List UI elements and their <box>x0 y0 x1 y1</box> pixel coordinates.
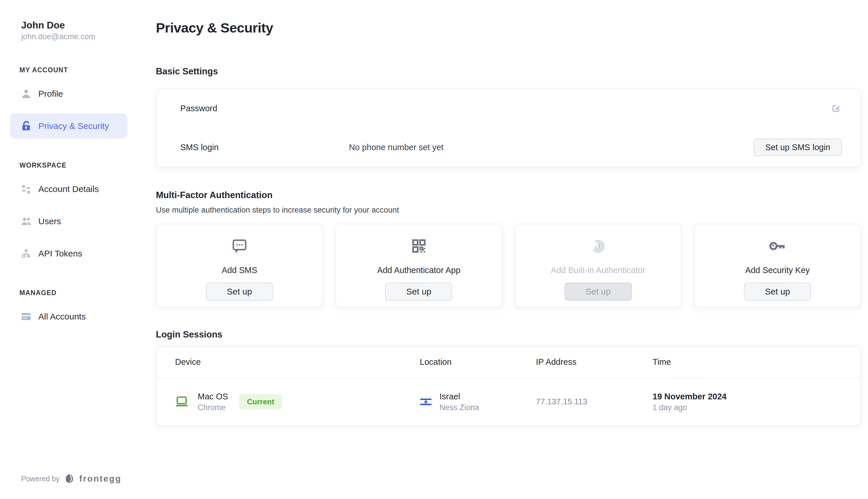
api-tokens-icon <box>20 248 32 259</box>
powered-by-footer: Powered by frontegg <box>21 473 122 484</box>
device-cell: Mac OS Chrome Current <box>175 391 420 412</box>
device-info: Mac OS Chrome <box>198 391 228 412</box>
mfa-subheading: Use multiple authentication steps to inc… <box>156 206 861 214</box>
section-label-managed: MANAGED <box>20 289 136 296</box>
device-os: Mac OS <box>198 391 228 401</box>
mfa-card-security-key: Add Security Key Set up <box>694 224 861 307</box>
location-info: Israel Ness Ziona <box>439 391 479 412</box>
accounts-card-icon <box>20 311 32 322</box>
mfa-heading: Multi-Factor Authentication <box>156 190 861 200</box>
mfa-card-builtin-authenticator: Add Built-in Authenticator Set up <box>515 224 682 307</box>
unlock-icon <box>20 120 32 132</box>
users-icon <box>20 216 32 227</box>
setup-authenticator-app-button[interactable]: Set up <box>385 283 452 301</box>
column-header-device: Device <box>175 357 420 367</box>
sms-login-label: SMS login <box>180 143 349 152</box>
sidebar-item-label: All Accounts <box>38 312 86 321</box>
setup-builtin-authenticator-button: Set up <box>565 283 632 301</box>
session-date: 19 November 2024 <box>653 391 849 401</box>
sidebar-item-privacy-security[interactable]: Privacy & Security <box>10 113 127 138</box>
security-key-icon <box>768 236 787 256</box>
mfa-card-sms: Add SMS Set up <box>156 224 323 307</box>
setup-sms-login-button[interactable]: Set up SMS login <box>754 138 842 156</box>
current-session-badge: Current <box>239 394 282 410</box>
password-row: Password <box>157 89 860 128</box>
powered-by-text: Powered by <box>21 475 60 483</box>
person-icon <box>20 88 32 100</box>
israel-flag-icon <box>420 397 432 406</box>
mfa-card-authenticator-app: Add Authenticator App Set up <box>335 224 503 307</box>
sidebar-item-label: Account Details <box>38 184 99 194</box>
edit-pencil-icon <box>831 103 842 114</box>
mfa-card-label: Add Built-in Authenticator <box>551 266 646 275</box>
basic-settings-heading: Basic Settings <box>156 66 861 77</box>
laptop-icon <box>175 396 188 407</box>
sidebar: John Doe john.doe@acme.com MY ACCOUNT Pr… <box>0 0 136 499</box>
session-city: Ness Ziona <box>439 403 479 412</box>
frontegg-egg-icon <box>64 473 75 484</box>
column-header-ip: IP Address <box>536 357 653 367</box>
sidebar-item-api-tokens[interactable]: API Tokens <box>10 241 127 266</box>
page-title: Privacy & Security <box>156 20 861 36</box>
column-header-location: Location <box>420 357 536 367</box>
mfa-card-label: Add SMS <box>222 266 258 275</box>
sidebar-item-account-details[interactable]: Account Details <box>10 177 127 202</box>
user-email: john.doe@acme.com <box>21 32 136 41</box>
frontegg-brand-text: frontegg <box>79 474 122 484</box>
ip-cell: 77.137.15.113 <box>536 397 653 406</box>
table-header-row: Device Location IP Address Time <box>157 346 860 378</box>
device-browser: Chrome <box>198 403 228 412</box>
qr-code-icon <box>410 236 428 256</box>
location-cell: Israel Ness Ziona <box>420 391 536 412</box>
setup-sms-mfa-button[interactable]: Set up <box>206 283 273 301</box>
edit-password-button[interactable] <box>830 102 842 114</box>
sms-login-status: No phone number set yet <box>349 143 444 152</box>
sidebar-item-label: API Tokens <box>38 248 82 258</box>
section-label-workspace: WORKSPACE <box>20 161 136 169</box>
account-details-icon <box>20 183 32 195</box>
table-row: Mac OS Chrome Current Israel Ness Ziona … <box>157 378 860 425</box>
sidebar-item-label: Privacy & Security <box>38 121 109 131</box>
session-ip: 77.137.15.113 <box>536 397 587 406</box>
user-name: John Doe <box>21 20 136 31</box>
section-label-my-account: MY ACCOUNT <box>20 66 136 74</box>
sidebar-item-label: Users <box>38 216 61 226</box>
login-sessions-table: Device Location IP Address Time Mac OS C… <box>156 346 861 426</box>
time-cell: 19 November 2024 1 day ago <box>653 391 849 412</box>
session-country: Israel <box>439 391 479 401</box>
session-relative-time: 1 day ago <box>653 403 849 412</box>
mfa-cards-row: Add SMS Set up Add Authenticator App Set… <box>156 224 861 307</box>
user-block: John Doe john.doe@acme.com <box>21 20 136 41</box>
main-content: Privacy & Security Basic Settings Passwo… <box>136 0 868 499</box>
sms-login-row: SMS login No phone number set yet Set up… <box>157 128 860 167</box>
sidebar-item-profile[interactable]: Profile <box>10 81 127 106</box>
sidebar-item-all-accounts[interactable]: All Accounts <box>10 304 127 329</box>
basic-settings-card: Password SMS login No phone number set y… <box>156 88 861 167</box>
password-label: Password <box>180 104 349 113</box>
column-header-time: Time <box>653 357 849 367</box>
setup-security-key-button[interactable]: Set up <box>744 283 811 301</box>
login-sessions-heading: Login Sessions <box>156 329 861 340</box>
sms-message-icon <box>231 236 248 256</box>
sidebar-item-users[interactable]: Users <box>10 209 127 234</box>
sidebar-item-label: Profile <box>38 89 63 99</box>
fingerprint-icon <box>590 236 606 256</box>
mfa-card-label: Add Security Key <box>745 266 810 275</box>
mfa-card-label: Add Authenticator App <box>377 266 460 275</box>
